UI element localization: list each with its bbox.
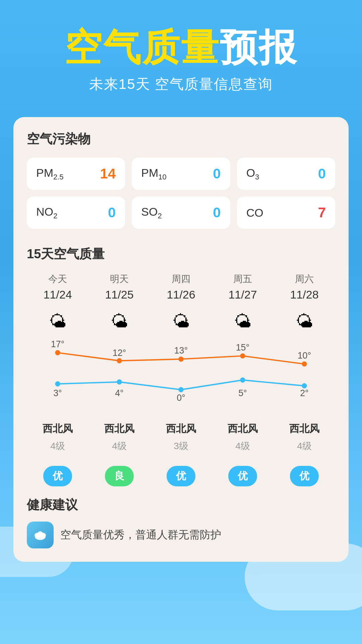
wind-dir-1: 西北风 (104, 422, 134, 436)
day-label-0: 今天 (48, 273, 67, 285)
pollutant-grid: PM2.5 14 PM10 0 O3 0 NO2 0 SO2 0 CO 7 (27, 158, 335, 229)
wind-dir-4: 西北风 (289, 422, 319, 436)
weather-icon-col-1: 🌤 (88, 308, 150, 335)
quality-badge-1: 良 (105, 466, 134, 486)
days-header: 今天 11/24 明天 11/25 周四 11/26 周五 11/27 周六 1… (27, 273, 335, 301)
temperature-chart: 17° 12° 13° 15° 10° 3° 4° 0° 5° 2° (27, 341, 335, 415)
low-dot-1 (117, 379, 122, 384)
header: 空气质量预报 未来15天 空气质量信息查询 (0, 0, 362, 107)
wind-level-4: 4级 (297, 440, 312, 452)
wind-dir-3: 西北风 (228, 422, 258, 436)
low-dot-2 (178, 387, 183, 392)
pollutant-so2: SO2 0 (132, 197, 230, 229)
quality-col-4: 优 (274, 461, 335, 486)
pollutant-o3: O3 0 (237, 158, 335, 190)
pollutant-name-pm25: PM2.5 (36, 166, 64, 181)
title-white: 预报 (220, 26, 298, 68)
pollutant-value-co: 7 (318, 205, 326, 221)
svg-point-3 (38, 531, 43, 537)
pollutant-value-pm25: 14 (100, 166, 116, 182)
page-title: 空气质量预报 (13, 27, 349, 68)
main-card: 空气污染物 PM2.5 14 PM10 0 O3 0 NO2 0 SO2 0 C… (13, 117, 349, 562)
weather-icons-row: 🌤 🌤 🌤 🌤 🌤 (27, 308, 335, 335)
day-label-3: 周五 (233, 273, 252, 285)
high-dot-1 (117, 358, 122, 363)
low-dot-4 (302, 383, 307, 388)
title-yellow: 空气质量 (64, 26, 220, 68)
health-title: 健康建议 (27, 496, 335, 514)
day-col-1: 明天 11/25 (88, 273, 150, 301)
pollutant-value-no2: 0 (108, 205, 116, 221)
quality-col-0: 优 (27, 461, 88, 486)
pollutant-co: CO 7 (237, 197, 335, 229)
low-label-0: 3° (53, 388, 62, 398)
wind-level-3: 4级 (235, 440, 250, 452)
cloud-icon (33, 527, 48, 543)
day-date-4: 11/28 (290, 288, 318, 301)
forecast-title: 15天空气质量 (27, 246, 335, 263)
day-col-4: 周六 11/28 (274, 273, 335, 301)
health-advice: 空气质量优秀，普通人群无需防护 (60, 528, 221, 542)
pollutants-title: 空气污染物 (27, 130, 335, 148)
quality-badges-row: 优 良 优 优 优 (27, 461, 335, 486)
day-col-2: 周四 11/26 (150, 273, 212, 301)
wind-col-3: 西北风 4级 (212, 422, 274, 452)
quality-col-3: 优 (212, 461, 274, 486)
quality-badge-3: 优 (228, 466, 257, 486)
weather-icon-0: 🌤 (49, 311, 66, 331)
wind-col-4: 西北风 4级 (274, 422, 335, 452)
pollutant-name-pm10: PM10 (141, 166, 166, 181)
pollutant-name-co: CO (246, 206, 263, 219)
wind-col-0: 西北风 4级 (27, 422, 88, 452)
wind-col-1: 西北风 4级 (88, 422, 150, 452)
weather-icon-1: 🌤 (111, 311, 128, 331)
day-date-1: 11/25 (105, 288, 133, 301)
pollutant-no2: NO2 0 (27, 197, 125, 229)
high-dot-0 (55, 350, 60, 355)
health-icon (27, 522, 54, 548)
day-label-4: 周六 (295, 273, 314, 285)
wind-col-2: 西北风 3级 (150, 422, 212, 452)
temp-svg: 17° 12° 13° 15° 10° 3° 4° 0° 5° 2° (27, 341, 335, 406)
subtitle: 未来15天 空气质量信息查询 (13, 75, 349, 94)
quality-col-1: 良 (88, 461, 150, 486)
quality-badge-0: 优 (43, 466, 72, 486)
day-col-0: 今天 11/24 (27, 273, 88, 301)
high-label-2: 13° (174, 346, 188, 356)
low-label-2: 0° (177, 393, 185, 403)
pollutant-value-pm10: 0 (213, 166, 221, 182)
weather-icon-col-0: 🌤 (27, 308, 88, 335)
wind-dir-2: 西北风 (166, 422, 196, 436)
quality-col-2: 优 (150, 461, 212, 486)
day-date-0: 11/24 (43, 288, 72, 301)
weather-icon-4: 🌤 (296, 311, 313, 331)
low-label-1: 4° (115, 388, 124, 398)
pollutant-name-o3: O3 (246, 166, 259, 181)
low-label-4: 2° (300, 388, 309, 398)
high-label-4: 10° (298, 351, 311, 361)
weather-icon-col-2: 🌤 (150, 308, 212, 335)
weather-icon-col-3: 🌤 (212, 308, 274, 335)
pollutant-pm10: PM10 0 (132, 158, 230, 190)
pollutant-name-so2: SO2 (141, 205, 162, 220)
day-date-3: 11/27 (228, 288, 257, 301)
day-label-1: 明天 (110, 273, 129, 285)
high-label-0: 17° (51, 339, 65, 349)
low-label-3: 5° (238, 388, 247, 398)
day-col-3: 周五 11/27 (212, 273, 274, 301)
low-dot-3 (240, 378, 245, 383)
health-item: 空气质量优秀，普通人群无需防护 (27, 522, 335, 548)
pollutant-value-o3: 0 (318, 166, 326, 182)
high-label-1: 12° (113, 348, 126, 358)
pollutant-pm25: PM2.5 14 (27, 158, 125, 190)
pollutant-value-so2: 0 (213, 205, 221, 221)
quality-badge-2: 优 (167, 466, 195, 486)
pollutant-name-no2: NO2 (36, 205, 57, 220)
quality-badge-4: 优 (290, 466, 319, 486)
day-date-2: 11/26 (167, 288, 195, 301)
wind-level-0: 4级 (50, 440, 65, 452)
weather-icon-col-4: 🌤 (274, 308, 335, 335)
high-dot-2 (178, 357, 183, 362)
weather-icon-2: 🌤 (172, 311, 190, 331)
weather-icon-3: 🌤 (234, 311, 251, 331)
